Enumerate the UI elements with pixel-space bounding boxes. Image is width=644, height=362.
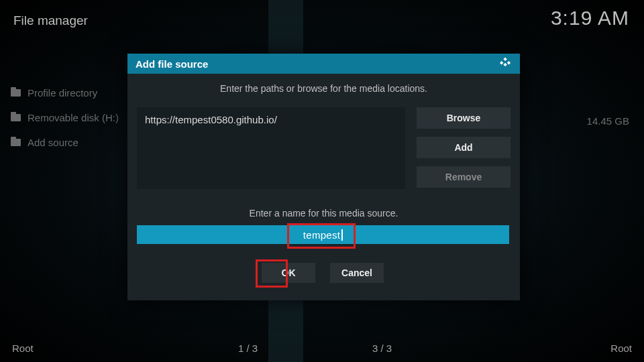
- dialog-title: Add file source: [136, 58, 208, 70]
- path-input[interactable]: https://tempest0580.github.io/: [137, 107, 405, 189]
- sidebar-item-add-source[interactable]: Add source: [11, 137, 125, 148]
- source-name-input[interactable]: tempest: [137, 225, 509, 244]
- remove-button[interactable]: Remove: [417, 166, 511, 188]
- footer-count-right: 3 / 3: [372, 343, 392, 354]
- sidebar-item-removable-disk[interactable]: Removable disk (H:): [11, 112, 125, 123]
- sidebar-item-label: Profile directory: [28, 87, 97, 99]
- kodi-logo-icon: [500, 57, 512, 71]
- sidebar-item-label: Add source: [28, 137, 78, 148]
- add-file-source-dialog: Add file source Enter the paths or brows…: [127, 54, 520, 300]
- sidebar: Profile directory Removable disk (H:) Ad…: [11, 87, 125, 148]
- ok-button[interactable]: OK: [262, 263, 315, 283]
- disk-size-label: 14.45 GB: [587, 115, 629, 127]
- footer-path-left: Root: [12, 343, 34, 354]
- sidebar-item-label: Removable disk (H:): [28, 112, 119, 123]
- source-name-value: tempest: [303, 229, 340, 241]
- footer-path-right: Root: [610, 343, 632, 354]
- folder-icon: [11, 139, 21, 146]
- add-button[interactable]: Add: [417, 137, 511, 158]
- text-caret-icon: [341, 229, 343, 241]
- name-hint: Enter a name for this media source.: [127, 208, 520, 219]
- sidebar-item-profile-directory[interactable]: Profile directory: [11, 87, 125, 99]
- dialog-side-buttons: Browse Add Remove: [417, 107, 511, 188]
- footer-count-left: 1 / 3: [238, 343, 258, 354]
- cancel-button[interactable]: Cancel: [330, 263, 384, 283]
- paths-hint: Enter the paths or browse for the media …: [127, 83, 520, 94]
- browse-button[interactable]: Browse: [417, 107, 511, 129]
- clock: 3:19 AM: [551, 7, 629, 29]
- folder-icon: [11, 114, 21, 121]
- dialog-titlebar: Add file source: [127, 54, 520, 74]
- page-title: File manager: [13, 13, 88, 28]
- folder-icon: [11, 89, 21, 97]
